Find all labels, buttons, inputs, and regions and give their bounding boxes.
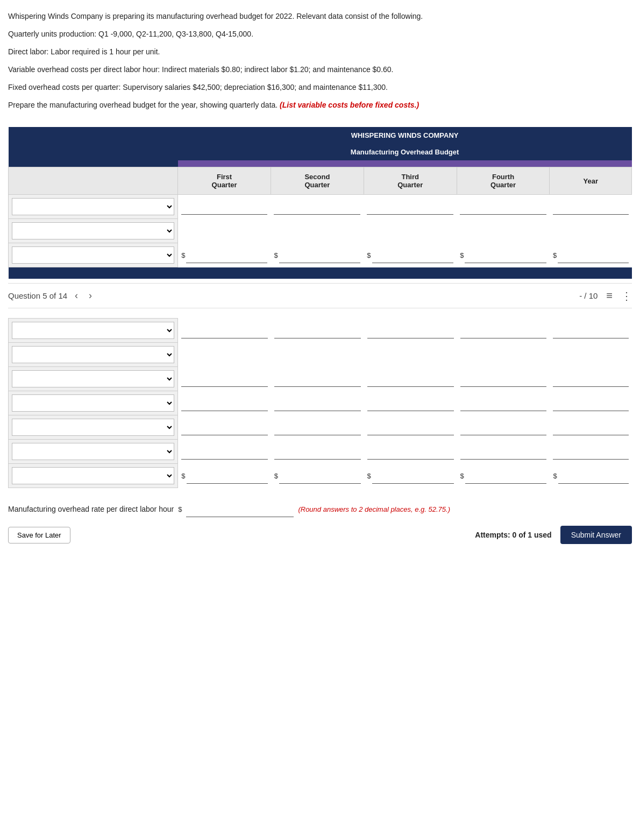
rowb1-input-q3[interactable] xyxy=(367,322,454,338)
rowb6-label-cell[interactable] xyxy=(9,440,178,464)
rowb3-dropdown[interactable] xyxy=(12,370,174,387)
rowb5-input-q3[interactable] xyxy=(367,419,454,435)
save-for-later-button[interactable]: Save for Later xyxy=(8,527,70,543)
rowb7-col4: $ xyxy=(457,464,550,488)
rowb7-label-cell[interactable] xyxy=(9,464,178,488)
rowb6-input-q4[interactable] xyxy=(460,443,547,460)
dollar-sign-r3-q4: $ xyxy=(460,251,464,259)
rowb3-col1 xyxy=(178,367,271,391)
rowb5-input-q2[interactable] xyxy=(274,419,361,435)
rowb6-input-q3[interactable] xyxy=(367,443,454,460)
prev-button[interactable]: ‹ xyxy=(72,289,81,302)
row2-dropdown[interactable] xyxy=(12,222,174,239)
submit-answer-button[interactable]: Submit Answer xyxy=(560,526,632,544)
nav-bar: Question 5 of 14 ‹ › - / 10 ≡ ⋮ xyxy=(8,283,632,308)
row3-input-year[interactable] xyxy=(558,247,628,263)
rowb1-input-q1[interactable] xyxy=(181,322,267,338)
rowb7-input-q2[interactable] xyxy=(279,468,361,484)
table-row-3: $ $ $ xyxy=(9,243,632,267)
rowb1-input-q4[interactable] xyxy=(460,322,547,338)
rowb3-label-cell[interactable] xyxy=(9,367,178,391)
row1-dropdown[interactable] xyxy=(12,198,174,215)
rowb7-input-year[interactable] xyxy=(558,468,629,484)
rowb7-input-q3[interactable] xyxy=(372,468,454,484)
rowb7-input-q1[interactable] xyxy=(187,468,268,484)
intro-line5: Fixed overhead costs per quarter: Superv… xyxy=(8,82,632,93)
company-name-cell: WHISPERING WINDS COMPANY xyxy=(178,127,632,144)
next-button[interactable]: › xyxy=(86,289,95,302)
rowb1-col2 xyxy=(271,319,364,343)
rowb4-dropdown[interactable] xyxy=(12,394,174,412)
more-icon-button[interactable]: ⋮ xyxy=(621,290,632,302)
col-headers-row: FirstQuarter SecondQuarter ThirdQuarter … xyxy=(9,167,632,195)
subtitle-cell: Manufacturing Overhead Budget xyxy=(178,144,632,160)
rowb1-label-cell[interactable] xyxy=(9,319,178,343)
manufacturing-rate-input[interactable] xyxy=(186,501,294,517)
rowb4-input-q2[interactable] xyxy=(274,395,361,411)
rowb1-input-year[interactable] xyxy=(553,322,629,338)
bottom-section: $ $ $ xyxy=(8,318,632,544)
table-header-subtitle-row: Manufacturing Overhead Budget xyxy=(9,144,632,160)
intro-line1: Whispering Winds Company is preparing it… xyxy=(8,11,632,22)
row1-input-year[interactable] xyxy=(553,199,629,215)
rowb5-input-q1[interactable] xyxy=(181,419,267,435)
rowb3-input-q4[interactable] xyxy=(460,371,547,387)
row1-input-q2[interactable] xyxy=(274,199,360,215)
rowb3-input-year[interactable] xyxy=(553,371,629,387)
rowb4-input-q1[interactable] xyxy=(181,395,267,411)
rowb2-dropdown[interactable] xyxy=(12,346,174,363)
row2-label-cell[interactable] xyxy=(9,219,178,243)
rowb7-dropdown[interactable] xyxy=(12,467,174,484)
dark-row-cell xyxy=(9,267,632,279)
rowb2-label-cell[interactable] xyxy=(9,343,178,367)
overhead-budget-table-bottom: $ $ $ xyxy=(8,318,632,488)
table-row-b4 xyxy=(9,391,632,415)
nav-left: Question 5 of 14 ‹ › xyxy=(8,289,95,302)
dollar-b7-q1: $ xyxy=(181,472,185,480)
row1-input-q4[interactable] xyxy=(460,199,546,215)
rowb3-input-q3[interactable] xyxy=(367,371,454,387)
rowb6-input-q1[interactable] xyxy=(181,443,267,460)
list-icon-button[interactable]: ≡ xyxy=(606,290,613,302)
row3-input-q3[interactable] xyxy=(372,247,454,263)
rowb4-input-q4[interactable] xyxy=(460,395,547,411)
row3-input-q2[interactable] xyxy=(279,247,361,263)
score-display: - / 10 xyxy=(579,291,598,300)
row3-col3: $ xyxy=(364,243,457,267)
rowb6-input-q2[interactable] xyxy=(274,443,361,460)
intro-line6-italic: (List variable costs before fixed costs.… xyxy=(280,101,419,109)
col-header-third: ThirdQuarter xyxy=(364,167,457,195)
rowb7-input-q4[interactable] xyxy=(465,468,547,484)
table-row-b2 xyxy=(9,343,632,367)
row1-label-cell[interactable] xyxy=(9,195,178,219)
col-header-first: FirstQuarter xyxy=(178,167,271,195)
row3-input-q1[interactable] xyxy=(186,247,267,263)
row1-col-year xyxy=(550,195,632,219)
rowb6-dropdown[interactable] xyxy=(12,443,174,460)
rowb1-dropdown[interactable] xyxy=(12,322,174,339)
rowb4-label-cell[interactable] xyxy=(9,391,178,415)
row3-input-q4[interactable] xyxy=(465,247,546,263)
rowb5-label-cell[interactable] xyxy=(9,415,178,440)
rowb2-empty xyxy=(178,343,632,367)
rowb3-input-q1[interactable] xyxy=(181,371,267,387)
rowb4-col3 xyxy=(364,391,457,415)
rowb6-input-year[interactable] xyxy=(553,443,629,460)
rowb3-input-q2[interactable] xyxy=(274,371,361,387)
rowb1-input-q2[interactable] xyxy=(274,322,361,338)
top-table-area: WHISPERING WINDS COMPANY Manufacturing O… xyxy=(8,117,632,279)
rowb4-input-q3[interactable] xyxy=(367,395,454,411)
rowb5-input-q4[interactable] xyxy=(460,419,547,435)
row1-input-q1[interactable] xyxy=(181,199,267,215)
rowb4-input-year[interactable] xyxy=(553,395,629,411)
rowb5-input-year[interactable] xyxy=(553,419,629,435)
rowb1-col1 xyxy=(178,319,271,343)
table-row-b5 xyxy=(9,415,632,440)
rowb1-col3 xyxy=(364,319,457,343)
rowb5-dropdown[interactable] xyxy=(12,419,174,436)
row3-label-cell[interactable] xyxy=(9,243,178,267)
rowb6-col3 xyxy=(364,440,457,464)
row1-input-q3[interactable] xyxy=(367,199,453,215)
row3-dropdown[interactable] xyxy=(12,246,174,264)
intro-line4: Variable overhead costs per direct labor… xyxy=(8,64,632,75)
